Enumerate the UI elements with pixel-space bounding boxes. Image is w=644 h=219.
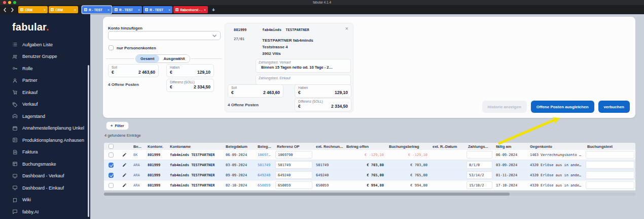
sidebar-item-produktionsplanung-anhausen[interactable]: Produktionsplanung Anhausen (0, 134, 90, 146)
referenz-op-input[interactable]: 650059 (275, 181, 312, 189)
titlebar: fabular 4.1.4 (0, 0, 644, 5)
zahlung-input[interactable]: 53/14/2 (467, 171, 492, 179)
row-checkbox[interactable] (109, 163, 114, 168)
table-row[interactable]: BK 801999 fab4minds TESTPARTNER 06-09-20… (104, 150, 635, 160)
edit-row-button[interactable] (118, 152, 131, 157)
sidebar-item-dashboard-einkauf[interactable]: Dashboard - Einkauf (0, 182, 90, 194)
konto-hinzufuegen-label: Konto hinzufügen (108, 26, 142, 30)
buchungstext-input[interactable] (586, 181, 634, 189)
sidebar-item-lagerstand[interactable]: Lagerstand (0, 110, 90, 122)
zahlung-input[interactable] (467, 151, 492, 159)
edit-row-button[interactable] (118, 173, 131, 177)
card-differenz-box: Differenz (SOLL) €2 334,50 (295, 98, 351, 111)
account-address: TESTPARTNER fab4minds Teststrasse 4 3902… (262, 37, 313, 57)
filter-button[interactable]: + Filter (106, 121, 129, 130)
scrollbar-thumb[interactable] (104, 193, 510, 196)
chevron-down-icon (212, 35, 217, 37)
account-name: fab4minds TESTPARTNER (262, 28, 309, 32)
pencil-icon (122, 163, 127, 167)
offene-posten-ausgleichen-button[interactable]: Offene Posten ausgleichen (531, 101, 594, 113)
table-row[interactable]: ARA 801999 fab4minds TESTPARTNER 03-09-2… (104, 160, 635, 170)
sidebar: fabular. Aufgaben Liste Benutzer Gruppe … (0, 14, 90, 219)
horizontal-scrollbar[interactable] (104, 193, 635, 196)
tab-close-icon[interactable]: × (168, 8, 170, 12)
referenz-op-input[interactable]: 1069790 (275, 151, 312, 159)
sidebar-item-faktura[interactable]: Faktura (0, 146, 90, 159)
pencil-icon (122, 152, 127, 157)
segment-ausgewaehlt[interactable]: Ausgewählt (159, 55, 190, 62)
table-row[interactable]: ARA 801999 fab4minds TESTPARTNER 02-10-2… (104, 180, 635, 191)
forward-button[interactable] (10, 8, 15, 12)
tab-r-test-3[interactable]: R - TEST × (143, 6, 172, 13)
tab-icon (145, 8, 148, 11)
tab-close-icon[interactable]: × (44, 8, 46, 12)
monitor-icon (12, 185, 18, 191)
beleg-link[interactable]: 10697… (255, 153, 274, 157)
beleg-link[interactable]: 650059 (255, 183, 274, 187)
sidebar-item-annahmestellenplanung-unkel[interactable]: Annahmestellenplanung Unkel (0, 122, 90, 135)
table-header: Be... Kontonr. Kontoname Belegdatum Bele… (104, 143, 635, 150)
segment-gesamt[interactable]: Gesamt (136, 55, 159, 62)
haben-value: 129,10 (197, 70, 210, 75)
tab-r-test-active[interactable]: R - TEST × (82, 6, 112, 13)
sidebar-scrollbar[interactable] (88, 65, 89, 217)
cart-icon (12, 89, 18, 95)
row-checkbox[interactable] (109, 183, 114, 188)
sidebar-item-aufgaben-liste[interactable]: Aufgaben Liste (0, 39, 90, 51)
edit-row-button[interactable] (118, 163, 131, 167)
monitor-icon (12, 173, 18, 179)
row-checkbox[interactable] (109, 152, 114, 158)
tab-rabenhorst[interactable]: Rabenhorst - ... × (173, 6, 208, 13)
sidebar-item-dashboard-verkauf[interactable]: Dashboard - Verkauf (0, 170, 90, 182)
zahlung-input[interactable]: 0/1/0 (467, 161, 492, 169)
table-row[interactable]: ARA 801999 fab4minds TESTPARTNER 09-09-2… (104, 170, 635, 180)
invoice-icon (12, 149, 18, 155)
zahlungsbedingung-einkauf-field[interactable]: Zahlungsbed. Einkauf (256, 75, 351, 85)
results-count: 4 gefundene Einträge (104, 133, 141, 138)
referenz-op-input[interactable]: 501749 (275, 161, 312, 169)
sidebar-item-verkauf[interactable]: Verkauf (0, 99, 90, 111)
key-icon (12, 66, 18, 71)
beleg-link[interactable]: 649240 (255, 173, 274, 177)
beleg-link[interactable]: 501749 (255, 163, 274, 167)
tab-crm-1[interactable]: CRM × (18, 6, 48, 13)
buchungstext-input[interactable] (586, 161, 634, 169)
verbuchen-button[interactable]: verbuchen (598, 101, 630, 113)
tab-close-icon[interactable]: × (138, 8, 140, 12)
tab-close-icon[interactable]: × (74, 8, 76, 12)
app-window: fabular 4.1.4 CRM × CRM × R - TEST × (0, 0, 644, 219)
zahlung-input[interactable]: 15/10/2 (467, 181, 492, 189)
back-button[interactable] (3, 8, 7, 12)
tab-close-icon[interactable]: × (204, 8, 206, 12)
sidebar-item-rolle[interactable]: Rolle (0, 62, 90, 75)
sidebar-item-benutzer-gruppe[interactable]: Benutzer Gruppe (0, 51, 90, 63)
buchungstext-input[interactable] (586, 171, 634, 179)
tab-crm-2[interactable]: CRM × (49, 6, 78, 13)
konto-select[interactable] (108, 31, 221, 40)
tab-r-test-2[interactable]: R - TEST × (113, 6, 142, 13)
sidebar-item-buchungsmaske[interactable]: Buchungsmaske (0, 158, 90, 170)
row-checkbox[interactable] (109, 173, 114, 178)
plus-icon: + (111, 123, 113, 128)
differenz-box: Differenz (SOLL) €2 334,50 (166, 79, 214, 92)
sidebar-item-einkauf[interactable]: Einkauf (0, 86, 90, 99)
card-soll-box: Soll €2 463,60 (228, 84, 283, 98)
form-icon (12, 161, 18, 167)
sidebar-item-wiki[interactable]: Wiki (0, 194, 90, 206)
chat-icon (12, 209, 18, 214)
account-card: 801999 fab4minds TESTPARTNER × 27/01 TES… (225, 23, 353, 112)
zahlungsbedingung-verkauf-field[interactable]: Zahlungsbed. Verkauf Binnen 15 Tagen net… (256, 59, 351, 73)
sidebar-item-fabby-ai[interactable]: fabby.AI (0, 206, 90, 218)
list-icon (12, 42, 18, 47)
close-icon[interactable]: × (345, 26, 348, 32)
window-title: fabular 4.1.4 (0, 1, 644, 4)
sidebar-item-partner[interactable]: Partner (0, 75, 90, 87)
buchungstext-input[interactable] (586, 151, 634, 159)
referenz-op-input[interactable]: 649240 (275, 171, 312, 179)
new-tab-button[interactable]: + (212, 7, 215, 13)
tab-close-icon[interactable]: × (108, 8, 110, 12)
historie-anzeigen-button[interactable]: Historie anzeigen (482, 101, 527, 113)
edit-row-button[interactable] (118, 183, 131, 187)
nur-personenkonten-checkbox[interactable] (109, 45, 114, 50)
select-all-checkbox[interactable] (109, 144, 114, 149)
